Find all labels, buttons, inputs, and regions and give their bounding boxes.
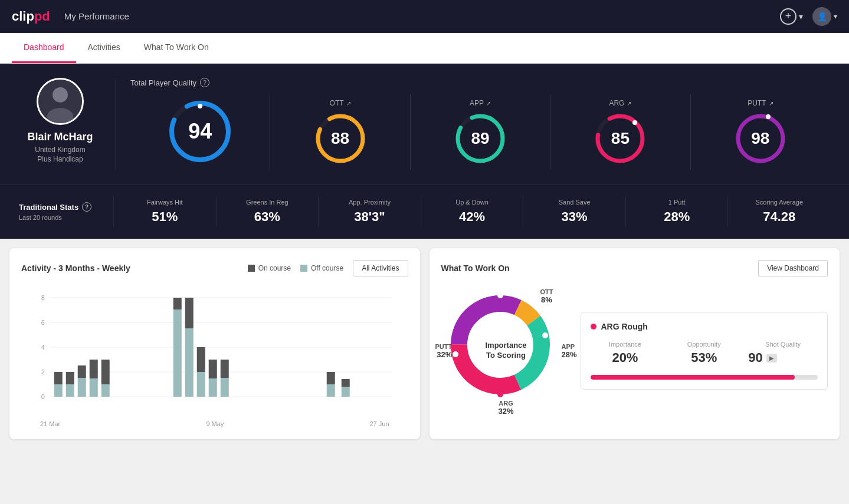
stats-row: Traditional Stats ? Last 20 rounds Fairw…: [0, 184, 849, 239]
svg-point-59: [542, 332, 548, 338]
content-area: Activity - 3 Months - Weekly On course O…: [0, 239, 849, 449]
app-circle: 89: [454, 112, 507, 165]
chevron-down-icon: ▾: [834, 12, 837, 21]
info-icon[interactable]: ?: [82, 202, 91, 212]
putt-score: PUTT ↗ 98: [691, 94, 830, 170]
app-value: 89: [471, 129, 489, 148]
main-score-value: 94: [188, 119, 212, 144]
ott-value: 88: [331, 129, 349, 148]
donut-center-text: ImportanceTo Scoring: [485, 341, 526, 361]
add-button[interactable]: + ▾: [780, 8, 803, 25]
app-logo: clippd: [12, 9, 50, 24]
putt-donut-label: PUTT 32%: [435, 343, 453, 359]
legend-off-course: Off course: [300, 264, 343, 272]
app-header: clippd My Performance + ▾ 👤 ▾: [0, 0, 849, 33]
svg-rect-41: [185, 298, 194, 328]
app-label: APP ↗: [470, 99, 491, 107]
info-icon[interactable]: ?: [200, 78, 209, 87]
svg-point-60: [497, 391, 503, 397]
tab-dashboard[interactable]: Dashboard: [12, 33, 76, 63]
tpq-label: Total Player Quality: [130, 78, 196, 87]
svg-point-61: [453, 351, 458, 357]
svg-rect-39: [173, 298, 182, 309]
svg-rect-28: [54, 384, 63, 397]
tpq-header: Total Player Quality ?: [130, 78, 830, 87]
view-dashboard-button[interactable]: View Dashboard: [758, 260, 828, 276]
player-name: Blair McHarg: [27, 131, 93, 143]
svg-point-15: [766, 114, 771, 119]
opportunity-metric: Opportunity 53%: [669, 341, 739, 365]
work-card-header: What To Work On View Dashboard: [441, 260, 828, 276]
app-donut-label: APP 28%: [561, 343, 576, 359]
plus-circle-icon: +: [780, 8, 796, 25]
bar-chart: 8 6 4 2 0: [21, 286, 408, 427]
stats-label: Traditional Stats ? Last 20 rounds: [19, 202, 113, 221]
player-country: United Kingdom: [35, 146, 85, 154]
svg-point-12: [632, 120, 637, 125]
svg-rect-43: [197, 347, 205, 372]
quality-metric: Shot Quality 90 ▶: [748, 341, 818, 365]
highlight-info-card: ARG Rough Importance 20% Opportunity 53%…: [581, 312, 828, 390]
svg-rect-49: [327, 372, 335, 384]
main-score-circle: 94: [168, 99, 232, 164]
legend-on-course: On course: [248, 264, 291, 272]
info-metrics: Importance 20% Opportunity 53% Shot Qual…: [591, 341, 818, 365]
svg-rect-33: [78, 365, 86, 378]
svg-rect-36: [101, 384, 110, 397]
quality-bar: [591, 375, 818, 380]
stat-app-proximity: App. Proximity 38'3": [318, 196, 421, 227]
stat-up-down: Up & Down 42%: [421, 196, 523, 227]
work-title: What To Work On: [441, 263, 510, 273]
chart-card-header: Activity - 3 Months - Weekly On course O…: [21, 260, 408, 276]
svg-text:2: 2: [41, 368, 45, 375]
arg-circle: 85: [594, 112, 647, 165]
svg-rect-17: [300, 265, 307, 272]
activity-chart-card: Activity - 3 Months - Weekly On course O…: [9, 248, 420, 439]
tab-what-to-work-on[interactable]: What To Work On: [132, 33, 221, 63]
bar-chart-svg: 8 6 4 2 0: [21, 286, 408, 416]
arg-label: ARG ↗: [609, 99, 631, 107]
header-title: My Performance: [64, 11, 780, 21]
legend-on-course-icon: [248, 265, 255, 272]
svg-rect-46: [221, 378, 229, 397]
svg-text:4: 4: [41, 344, 45, 351]
user-menu-button[interactable]: 👤 ▾: [812, 7, 837, 26]
what-to-work-on-card: What To Work On View Dashboard: [430, 248, 840, 439]
main-score: 94: [130, 94, 270, 170]
putt-circle: 98: [734, 112, 787, 165]
svg-point-5: [198, 104, 202, 108]
stat-greens-in-reg: Greens In Reg 63%: [216, 196, 319, 227]
main-nav: Dashboard Activities What To Work On: [0, 33, 849, 64]
arrow-icon: ↗: [769, 100, 773, 107]
all-activities-button[interactable]: All Activities: [353, 260, 408, 276]
stat-sand-save: Sand Save 33%: [523, 196, 625, 227]
avatar: 👤: [812, 7, 831, 26]
donut-chart: ImportanceTo Scoring OTT 8% APP 28% ARG …: [441, 286, 571, 416]
x-axis-labels: 21 Mar 9 May 27 Jun: [21, 418, 408, 427]
arg-donut-label: ARG 32%: [498, 400, 513, 416]
x-label-mar: 21 Mar: [40, 420, 60, 427]
stats-title: Traditional Stats ?: [19, 202, 113, 212]
arg-value: 85: [611, 129, 630, 148]
svg-rect-50: [342, 387, 350, 397]
svg-point-58: [497, 292, 503, 298]
svg-text:8: 8: [41, 294, 45, 301]
svg-rect-34: [90, 378, 98, 397]
header-actions: + ▾ 👤 ▾: [780, 7, 837, 26]
chart-title: Activity - 3 Months - Weekly: [21, 263, 130, 273]
svg-rect-35: [90, 360, 98, 378]
info-card-title: ARG Rough: [591, 322, 818, 331]
svg-rect-32: [78, 378, 86, 397]
svg-rect-40: [185, 328, 194, 397]
scores-section: Total Player Quality ? 94: [116, 78, 830, 170]
x-label-jun: 27 Jun: [369, 420, 389, 427]
tab-activities[interactable]: Activities: [76, 33, 132, 63]
svg-text:0: 0: [41, 393, 45, 400]
svg-point-1: [53, 87, 68, 103]
svg-text:6: 6: [41, 319, 45, 326]
arrow-icon: ↗: [486, 100, 491, 107]
stat-1-putt: 1 Putt 28%: [625, 196, 728, 227]
importance-metric: Importance 20%: [591, 341, 660, 365]
svg-rect-29: [54, 372, 63, 384]
putt-value: 98: [751, 129, 769, 148]
